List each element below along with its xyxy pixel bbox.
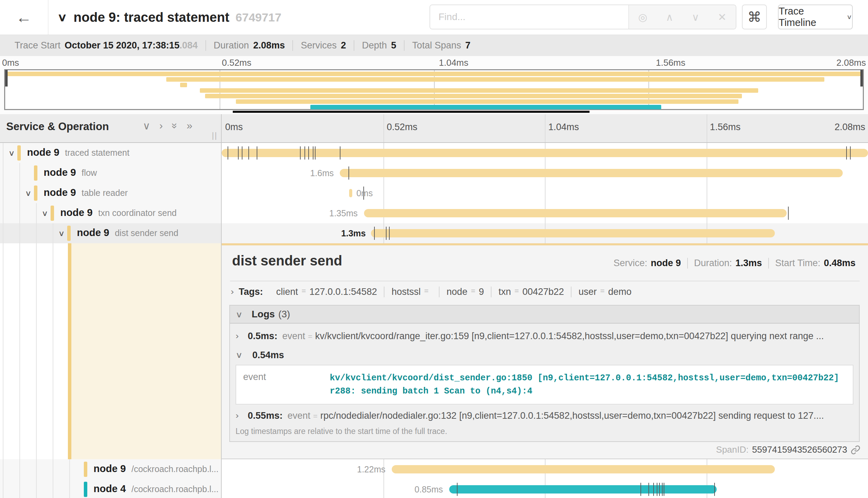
- indent-guide: [53, 223, 53, 243]
- log-entry-2-detail: event kv/kvclient/kvcoord/dist_sender.go…: [236, 365, 853, 405]
- minimap-right-drag-handle[interactable]: [860, 70, 863, 87]
- minimap-tick-label: 2.08ms: [836, 57, 866, 68]
- span-duration-bar[interactable]: [392, 465, 775, 473]
- span-tree-item[interactable]: ∨node 9txn coordinator send: [0, 203, 222, 223]
- log1-expand-icon[interactable]: ›: [236, 331, 239, 341]
- span-rows: ∨node 9traced statementnode 9flow1.6ms∨n…: [0, 143, 868, 498]
- span-duration-bar[interactable]: [340, 169, 843, 177]
- indent-guide: [53, 459, 53, 479]
- log-tick-mark: [386, 227, 387, 240]
- log-entry-1[interactable]: › 0.5ms: event = kv/kvclient/kvcoord/ran…: [230, 324, 859, 344]
- trace-minimap: 0ms0.52ms1.04ms1.56ms2.08ms: [0, 56, 868, 114]
- span-detail-row: dist sender send Service:node 9 Duration…: [0, 243, 868, 459]
- span-duration-bar[interactable]: [449, 485, 717, 494]
- minimap-tick-label: 1.56ms: [656, 57, 685, 68]
- prev-result-icon[interactable]: ∧: [666, 11, 673, 23]
- log1-key: event: [282, 331, 305, 342]
- span-timeline-cell[interactable]: 0ms: [222, 183, 868, 203]
- span-duration-label: 1.6ms: [310, 168, 334, 178]
- span-row-dist-sender-send: ∨node 9dist sender send1.3ms: [0, 223, 868, 243]
- expand-one-icon[interactable]: ›: [159, 120, 163, 132]
- collapse-all-icon[interactable]: »: [169, 123, 181, 129]
- detail-service-stat: Service:node 9: [607, 258, 687, 269]
- operation-name: txn coordinator send: [98, 208, 177, 218]
- next-result-icon[interactable]: ∨: [692, 11, 699, 23]
- span-duration-label: 1.3ms: [341, 228, 366, 238]
- log-tick-mark: [313, 146, 313, 160]
- collapse-trace-chevron-icon[interactable]: ∨: [57, 11, 67, 24]
- tags-section[interactable]: › Tags: client=127.0.0.1:54582 hostssl= …: [231, 286, 638, 297]
- minimap-scrollbar-thumb[interactable]: [233, 111, 590, 113]
- column-resizer-grip[interactable]: ||: [212, 130, 218, 140]
- expand-all-icon[interactable]: »: [187, 120, 193, 132]
- detail-gutter-highlight: [71, 243, 221, 459]
- span-duration-label: 1.35ms: [329, 208, 358, 218]
- back-button[interactable]: ←: [0, 0, 48, 35]
- span-timeline-cell[interactable]: [222, 143, 868, 163]
- indent-guide: [36, 223, 37, 243]
- find-tools: ◎ ∧ ∨ ✕: [628, 5, 736, 29]
- span-expander-icon[interactable]: ∨: [42, 209, 48, 218]
- trace-summary-bar: Trace Start October 15 2020, 17:38:15.08…: [0, 35, 868, 56]
- deep-link-icon[interactable]: [851, 445, 860, 455]
- span-tree-item[interactable]: ∨node 9table reader: [0, 183, 222, 203]
- span-tree-item[interactable]: ∨node 9dist sender send: [0, 223, 222, 243]
- timeline-main: Service & Operation ∨ › » » || 0ms0.52ms…: [0, 114, 868, 498]
- minimap-span-bar: [5, 72, 863, 76]
- log2-collapse-icon[interactable]: ∨: [236, 350, 243, 360]
- span-expander-icon[interactable]: ∨: [25, 189, 32, 198]
- log-tick-mark: [315, 146, 316, 160]
- span-timeline-cell[interactable]: 0.85ms: [222, 479, 868, 498]
- tags-expand-icon[interactable]: ›: [231, 287, 234, 296]
- service-operation-title: Service & Operation: [6, 120, 109, 133]
- span-expander-icon[interactable]: ∨: [58, 229, 65, 238]
- span-duration-bar[interactable]: [371, 229, 775, 237]
- span-timeline-cell[interactable]: 1.6ms: [222, 163, 868, 183]
- span-timeline-cell[interactable]: 1.22ms: [222, 459, 868, 479]
- span-duration-bar[interactable]: [349, 189, 352, 197]
- minimap-tick-label: 1.04ms: [439, 57, 468, 68]
- collapse-one-icon[interactable]: ∨: [143, 120, 150, 132]
- minimap-left-drag-handle[interactable]: [5, 70, 8, 87]
- span-duration-bar[interactable]: [364, 209, 787, 217]
- depth-label: Depth: [362, 40, 387, 51]
- log-entry-2-header[interactable]: ∨ 0.54ms: [230, 344, 859, 364]
- span-id-row: SpanID: 5597415943526560273: [716, 444, 860, 455]
- logs-header[interactable]: ∨ Logs (3): [230, 306, 859, 324]
- log-entry-3[interactable]: › 0.55ms: event = rpc/nodedialer/nodedia…: [230, 407, 859, 423]
- span-detail-panel: dist sender send Service:node 9 Duration…: [222, 243, 868, 459]
- keyboard-shortcuts-button[interactable]: ⌘: [742, 4, 767, 29]
- log-tick-mark: [457, 483, 458, 496]
- span-tree-item[interactable]: node 4/cockroach.roachpb.l...: [0, 479, 222, 498]
- timeline-axis-header: 0ms0.52ms1.04ms1.56ms2.08ms: [222, 114, 868, 142]
- axis-tick-label: 0ms: [225, 122, 243, 133]
- clear-search-icon[interactable]: ✕: [718, 11, 726, 23]
- axis-gridline: [707, 114, 707, 142]
- find-input[interactable]: [430, 5, 628, 29]
- axis-gridline: [545, 114, 546, 142]
- span-timeline-cell[interactable]: 1.3ms: [222, 223, 868, 243]
- indent-guide: [19, 183, 20, 203]
- span-duration-bar[interactable]: [222, 149, 868, 157]
- total-spans-label: Total Spans: [412, 40, 461, 51]
- indent-guide: [36, 479, 37, 498]
- span-tree-item[interactable]: ∨node 9traced statement: [0, 143, 222, 163]
- log-tick-mark: [648, 483, 649, 496]
- tag-client: client=127.0.0.1:54582: [269, 287, 384, 297]
- minimap-canvas[interactable]: [4, 69, 864, 110]
- locate-icon[interactable]: ◎: [638, 11, 647, 23]
- command-icon: ⌘: [747, 9, 761, 25]
- log-tick-mark: [228, 146, 228, 160]
- operation-name: traced statement: [65, 148, 129, 157]
- span-timeline-cell[interactable]: 1.35ms: [222, 203, 868, 223]
- log3-expand-icon[interactable]: ›: [236, 411, 239, 420]
- logs-label: Logs: [252, 309, 275, 320]
- span-tree-item[interactable]: node 9/cockroach.roachpb.l...: [0, 459, 222, 479]
- logs-collapse-icon[interactable]: ∨: [236, 309, 243, 319]
- trace-start-item: Trace Start October 15 2020, 17:38:15.08…: [7, 40, 205, 51]
- span-tree-item[interactable]: node 9flow: [0, 163, 222, 183]
- log3-key: event: [287, 410, 310, 421]
- span-expander-icon[interactable]: ∨: [8, 148, 15, 157]
- log-tick-mark: [846, 146, 847, 160]
- view-selector-button[interactable]: Trace Timeline ∨: [778, 4, 853, 29]
